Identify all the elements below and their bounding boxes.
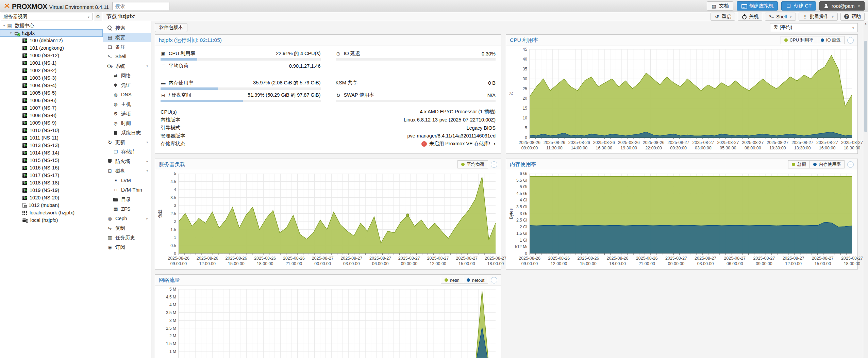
node-button-shell[interactable]: Shell∨	[765, 13, 796, 21]
node-button-label: 帮助	[851, 14, 861, 20]
tree-item-1012-muban[interactable]: 1012 (muban)	[0, 201, 103, 209]
create-ct-button[interactable]: 创建 CT	[781, 1, 816, 11]
tree-item-1016-ns-16[interactable]: 1016 (NS-16)	[0, 164, 103, 172]
legend-item-内存使用率[interactable]: 内存使用率	[810, 160, 845, 168]
node-button-批量操作[interactable]: 批量操作∨	[799, 13, 838, 21]
menu-item-系统[interactable]: 系统▾	[103, 61, 151, 71]
x-tick-label: 2025-08-2621:00:00	[636, 256, 658, 267]
tree-item-1014-ns-14[interactable]: 1014 (NS-14)	[0, 149, 103, 157]
menu-item-系统日志[interactable]: 系统日志	[103, 128, 151, 137]
time-range-select[interactable]: 天 (平均) ∨	[770, 23, 858, 32]
tree-item-1004-ns-4[interactable]: 1004 (NS-4)	[0, 82, 103, 89]
x-tick-date: 2025-08-27	[695, 256, 716, 261]
documentation-button[interactable]: 文档	[707, 1, 733, 11]
menu-item-磁盘[interactable]: 磁盘▾	[103, 166, 151, 176]
user-menu-button[interactable]: root@pam ∨	[819, 1, 865, 11]
x-tick-date: 2025-08-27	[427, 256, 449, 261]
scrollbar-thumb[interactable]	[864, 41, 867, 132]
tree-item-label: 1000 (NS-12)	[30, 53, 59, 58]
menu-item-概要[interactable]: 概要	[103, 33, 151, 42]
menu-item-搜索[interactable]: 搜索	[103, 23, 151, 33]
menu-item-选项[interactable]: 选项	[103, 109, 151, 118]
global-search-input[interactable]	[112, 2, 169, 10]
tree-item-localnetwork-hzjpfx[interactable]: localnetwork (hzjpfx)	[0, 209, 103, 216]
view-mode-select[interactable]: 服务器视图 ∨	[1, 13, 93, 20]
tree-item-local-hzjpfx[interactable]: local (hzjpfx)	[0, 216, 103, 224]
tree-settings-button[interactable]: ⚙	[94, 13, 102, 20]
menu-item-网络[interactable]: 网络	[103, 71, 151, 80]
menu-item-备注[interactable]: 备注	[103, 42, 151, 52]
menu-item-防火墙[interactable]: 防火墙▸	[103, 157, 151, 166]
node-button-帮助[interactable]: 帮助	[840, 13, 865, 21]
tree-item-1008-ns-8[interactable]: 1008 (NS-8)	[0, 112, 103, 119]
menu-item-目录[interactable]: 目录	[103, 195, 151, 204]
menu-item-存储库[interactable]: 存储库	[103, 147, 151, 157]
legend-item-netout[interactable]: netout	[463, 277, 488, 284]
tree-item-1001-ns-1[interactable]: 1001 (NS-1)	[0, 59, 103, 67]
tree-item-1005-ns-5[interactable]: 1005 (NS-5)	[0, 89, 103, 97]
legend-item-io-延迟[interactable]: IO 延迟	[817, 36, 845, 44]
y-axis-ticks: 54.543.532.521.510.50	[163, 174, 179, 254]
x-tick-date: 2025-08-27	[783, 256, 804, 261]
menu-item-复制[interactable]: 复制	[103, 223, 151, 233]
tree-item-1002-ns-2[interactable]: 1002 (NS-2)	[0, 67, 103, 74]
tree-item-1011-ns-11[interactable]: 1011 (NS-11)	[0, 134, 103, 142]
drilldown-arrow-icon[interactable]: ›	[494, 141, 496, 147]
node-button-label: 关机	[749, 14, 758, 20]
legend-item-平均负荷[interactable]: 平均负荷	[457, 160, 488, 168]
legend-item-总额[interactable]: 总额	[788, 160, 810, 168]
menu-item-lvm[interactable]: LVM	[103, 176, 151, 185]
menu-item-任务历史[interactable]: 任务历史	[103, 233, 151, 242]
tree-item-label: 1006 (NS-6)	[30, 98, 56, 103]
menu-item-dns[interactable]: DNS	[103, 90, 151, 99]
x-tick-time: 18:00:00	[607, 261, 629, 266]
create-vm-button[interactable]: 创建虚拟机	[737, 1, 778, 11]
tree-item-100-debian12[interactable]: 100 (debian12)	[0, 37, 103, 44]
tree-item-1006-ns-6[interactable]: 1006 (NS-6)	[0, 97, 103, 104]
package-versions-button[interactable]: 软件包版本	[155, 23, 187, 32]
panel-collapse-button[interactable]: −	[491, 277, 497, 283]
menu-item-凭证[interactable]: 凭证	[103, 80, 151, 90]
tree-item-101-zongkong[interactable]: 101 (zongkong)	[0, 44, 103, 52]
content-scrollbar[interactable]: ▲	[863, 21, 868, 358]
panel-collapse-button[interactable]: −	[491, 161, 497, 168]
tree-item-1009-ns-9[interactable]: 1009 (NS-9)	[0, 119, 103, 127]
node-button-重启[interactable]: 重启	[711, 13, 735, 21]
tree-item-1015-ns-15[interactable]: 1015 (NS-15)	[0, 157, 103, 164]
chart-title: 服务器负载	[159, 161, 185, 168]
x-tick-date: 2025-08-26	[168, 256, 189, 261]
menu-item-lvm-thin[interactable]: LVM-Thin	[103, 185, 151, 195]
panel-collapse-button[interactable]: −	[847, 37, 854, 44]
tree-item-hzjpfx[interactable]: ▾hzjpfx	[0, 29, 103, 37]
gauge-spacer	[161, 75, 321, 79]
tree-item-1000-ns-12[interactable]: 1000 (NS-12)	[0, 52, 103, 59]
chevron-down-icon: ▾	[146, 141, 148, 144]
tree-item-1003-ns-3[interactable]: 1003 (NS-3)	[0, 74, 103, 82]
scroll-up-icon[interactable]: ▲	[863, 21, 868, 25]
menu-item-ceph[interactable]: Ceph▸	[103, 214, 151, 223]
tree-item-1018-ns-18[interactable]: 1018 (NS-18)	[0, 179, 103, 186]
tree-item-1013-ns-13[interactable]: 1013 (NS-13)	[0, 142, 103, 149]
expand-caret-icon[interactable]: ▾	[1, 24, 7, 27]
node-info-list: CPU(s)4 x AMD EPYC Processor (1 插槽)内核版本L…	[161, 108, 496, 148]
menu-item-shell[interactable]: Shell	[103, 52, 151, 61]
panel-collapse-button[interactable]: −	[847, 161, 854, 168]
tree-item-1010-ns-10[interactable]: 1010 (NS-10)	[0, 127, 103, 134]
legend-item-netin[interactable]: netin	[441, 277, 463, 284]
chart-network-svg	[179, 289, 496, 358]
legend-item-cpu-利用率[interactable]: CPU 利用率	[781, 36, 817, 44]
menu-item-更新[interactable]: 更新▾	[103, 137, 151, 147]
menu-item-label: 时间	[121, 120, 131, 127]
menu-item-时间[interactable]: 时间	[103, 118, 151, 128]
tree-item-1020-ns-20[interactable]: 1020 (NS-20)	[0, 194, 103, 201]
node-button-关机[interactable]: 关机	[738, 13, 762, 21]
expand-caret-icon[interactable]: ▾	[8, 31, 14, 35]
tree-item-数据中心[interactable]: ▾数据中心	[0, 22, 103, 29]
tree-item-1017-ns-17[interactable]: 1017 (NS-17)	[0, 172, 103, 179]
tree-item-1019-ns-19[interactable]: 1019 (NS-19)	[0, 186, 103, 194]
summary-title: hzjpfx (运行时间: 02:11:05)	[159, 37, 222, 44]
menu-item-订阅[interactable]: 订阅	[103, 242, 151, 252]
tree-item-1007-ns-7[interactable]: 1007 (NS-7)	[0, 104, 103, 112]
menu-item-zfs[interactable]: ZFS	[103, 204, 151, 214]
menu-item-主机[interactable]: 主机	[103, 99, 151, 109]
